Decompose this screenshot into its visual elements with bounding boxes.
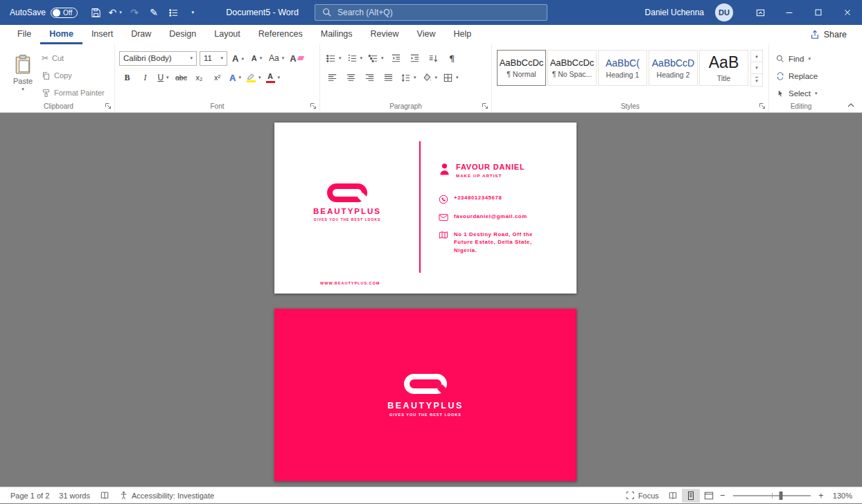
multilevel-list-button[interactable]: ▾ [367, 51, 385, 66]
tab-home[interactable]: Home [40, 25, 82, 44]
autosave-toggle[interactable]: Off [51, 8, 78, 18]
tab-draw[interactable]: Draw [122, 25, 160, 44]
strikethrough-button[interactable]: abc [173, 70, 189, 85]
styles-scroll-down-button[interactable]: ▾ [751, 62, 762, 74]
font-group-label: Font [115, 102, 319, 110]
text-effects-button[interactable]: A ▾ [227, 70, 243, 85]
font-dialog-launcher[interactable] [310, 102, 317, 109]
find-button[interactable]: Find ▾ [773, 52, 820, 66]
style-normal[interactable]: AaBbCcDc ¶ Normal [497, 50, 546, 86]
underline-button[interactable]: U ▾ [155, 70, 171, 85]
word-count[interactable]: 31 words [54, 487, 95, 503]
numbering-button[interactable]: ▾ [346, 51, 364, 66]
accessibility-checker-button[interactable]: Accessibility: Investigate [114, 487, 219, 503]
highlight-button[interactable]: ▾ [245, 70, 263, 85]
line-spacing-button[interactable]: ▾ [399, 70, 418, 85]
tab-view[interactable]: View [408, 25, 445, 44]
cut-button[interactable]: ✂ Cut [39, 51, 107, 66]
web-layout-button[interactable] [700, 489, 718, 503]
avatar[interactable]: DU [715, 3, 733, 21]
close-icon [843, 8, 852, 17]
bold-button[interactable]: B [119, 70, 135, 85]
redo-button[interactable]: ↷ [125, 3, 144, 22]
qat-customize-button[interactable]: ▾ [183, 3, 202, 22]
align-right-button[interactable] [362, 70, 378, 85]
search-input[interactable] [337, 8, 540, 17]
collapse-ribbon-button[interactable] [847, 102, 855, 109]
share-button[interactable]: Share [810, 25, 847, 44]
business-card-front[interactable]: BEAUTYPLUS GIVES YOU THE BEST LOOKS FAVO… [274, 123, 577, 294]
show-formatting-marks-button[interactable]: ¶ [444, 51, 460, 66]
change-case-button[interactable]: Aa ▾ [267, 51, 285, 66]
justify-button[interactable] [380, 70, 396, 85]
subscript-button[interactable]: x₂ [191, 70, 207, 85]
focus-mode-button[interactable]: Focus [621, 491, 664, 500]
paragraph-dialog-launcher[interactable] [482, 102, 489, 109]
tab-design[interactable]: Design [160, 25, 205, 44]
shading-button[interactable]: ▾ [421, 70, 439, 85]
search-box[interactable] [315, 4, 547, 21]
grow-font-button[interactable]: A ▴ [230, 51, 246, 66]
styles-dialog-launcher[interactable] [759, 102, 766, 109]
business-card-back[interactable]: BEAUTYPLUS GIVES YOU THE BEST LOOKS [274, 309, 577, 481]
autosave-control[interactable]: AutoSave Off [0, 8, 86, 18]
replace-button[interactable]: Replace [773, 69, 820, 83]
style-title[interactable]: AaB Title [699, 50, 748, 86]
zoom-in-button[interactable]: + [816, 490, 826, 501]
clear-formatting-button[interactable]: A [288, 51, 304, 66]
proofing-errors-button[interactable] [95, 487, 114, 503]
tab-help[interactable]: Help [444, 25, 480, 44]
undo-button[interactable]: ↶ ▾ [105, 3, 125, 22]
save-button[interactable] [86, 3, 105, 22]
close-button[interactable] [833, 0, 862, 25]
style-heading-2[interactable]: AaBbCcD Heading 2 [649, 50, 698, 86]
read-mode-button[interactable] [664, 489, 682, 503]
sort-button[interactable] [425, 51, 441, 66]
paste-button[interactable]: Paste ▾ [7, 48, 39, 98]
zoom-slider[interactable] [733, 495, 811, 496]
page-indicator[interactable]: Page 1 of 2 [6, 487, 54, 503]
font-name-combobox[interactable]: Calibri (Body) ▾ [119, 51, 197, 66]
styles-gallery-more-button[interactable]: ▾ [751, 74, 762, 86]
select-button[interactable]: Select ▾ [773, 87, 820, 100]
align-center-button[interactable] [343, 70, 359, 85]
align-left-button[interactable] [324, 70, 340, 85]
maximize-button[interactable] [804, 0, 833, 25]
format-painter-button[interactable]: Format Painter [39, 85, 107, 100]
tab-mailings[interactable]: Mailings [312, 25, 362, 44]
bullets-button[interactable]: ▾ [324, 51, 343, 66]
tab-file[interactable]: File [8, 25, 40, 44]
minimize-button[interactable] [775, 0, 804, 25]
font-color-button[interactable]: A ▾ [265, 70, 282, 85]
increase-indent-button[interactable] [407, 51, 423, 66]
user-name[interactable]: Daniel Uchenna [645, 8, 704, 17]
italic-button[interactable]: I [137, 70, 153, 85]
editor-pen-button[interactable]: ✎ [144, 3, 164, 22]
style-no-spacing[interactable]: AaBbCcDc ¶ No Spac... [547, 50, 597, 86]
font-color-chevron-icon: ▾ [278, 75, 281, 80]
copy-button[interactable]: Copy [39, 68, 107, 83]
list-button[interactable] [164, 3, 183, 22]
styles-scroll-up-button[interactable]: ▴ [751, 51, 762, 62]
group-editing: Find ▾ Replace Select ▾ Editing [769, 44, 833, 112]
tab-insert[interactable]: Insert [82, 25, 122, 44]
contact-header: FAVOUR DANIEL MAKE UP ARTIST [439, 163, 562, 178]
borders-button[interactable]: ▾ [441, 70, 460, 85]
tab-layout[interactable]: Layout [205, 25, 249, 44]
font-size-combobox[interactable]: 11 ▾ [200, 51, 227, 66]
superscript-button[interactable]: x² [209, 70, 225, 85]
tab-references[interactable]: References [249, 25, 312, 44]
style-heading-1[interactable]: AaBbC( Heading 1 [598, 50, 647, 86]
bullets-chevron-icon: ▾ [339, 56, 342, 61]
shrink-font-button[interactable]: A ▾ [249, 51, 265, 66]
zoom-out-button[interactable]: − [718, 490, 728, 501]
zoom-slider-thumb[interactable] [780, 492, 783, 500]
highlight-icon [247, 73, 256, 82]
ribbon-display-options-button[interactable] [746, 0, 775, 25]
zoom-percentage[interactable]: 130% [826, 492, 856, 500]
decrease-indent-button[interactable] [388, 51, 404, 66]
print-layout-button[interactable] [682, 489, 700, 503]
clipboard-dialog-launcher[interactable] [105, 102, 112, 109]
tab-review[interactable]: Review [362, 25, 408, 44]
document-canvas[interactable]: BEAUTYPLUS GIVES YOU THE BEST LOOKS FAVO… [0, 113, 862, 487]
